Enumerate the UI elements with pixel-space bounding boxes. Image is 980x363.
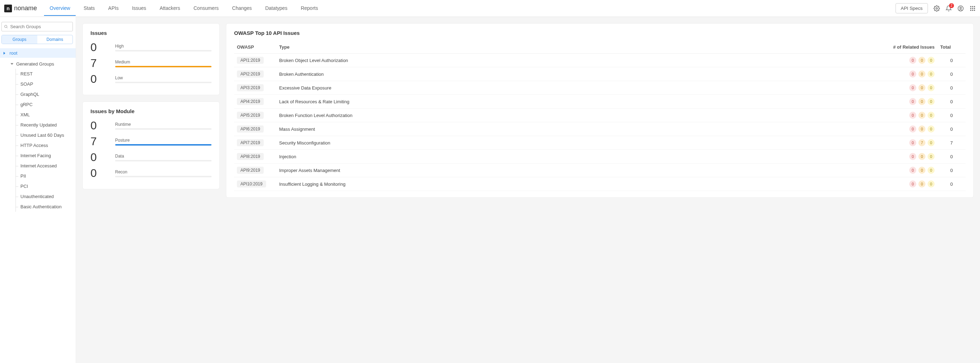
- owasp-type-cell: Excessive Data Exposure: [276, 81, 867, 95]
- toggle-groups[interactable]: Groups: [2, 35, 37, 44]
- sidebar-item-pii[interactable]: PII: [0, 171, 76, 181]
- chip-high: 0: [909, 125, 916, 133]
- sidebar-item-pci[interactable]: PCI: [0, 181, 76, 191]
- nav-tab-overview[interactable]: Overview: [44, 1, 76, 16]
- issues-bar: [115, 66, 212, 67]
- chip-low: 0: [928, 167, 935, 174]
- owasp-col-related[interactable]: # of Related Issues: [867, 41, 937, 54]
- owasp-row[interactable]: API3:2019Excessive Data Exposure0000: [234, 81, 966, 95]
- owasp-id-pill: API6:2019: [237, 125, 264, 133]
- sidebar-item-recently-updated[interactable]: Recently Updated: [0, 120, 76, 130]
- search-groups-input[interactable]: [10, 24, 70, 30]
- notifications-badge: 2: [949, 3, 954, 8]
- owasp-type-cell: Security Misconfiguration: [276, 136, 867, 150]
- owasp-row[interactable]: API10:2019Insufficient Logging & Monitor…: [234, 177, 966, 191]
- nav-tab-apis[interactable]: APIs: [102, 1, 124, 16]
- chip-low: 0: [928, 84, 935, 91]
- module-label: Recon: [115, 170, 212, 174]
- nav-tab-consumers[interactable]: Consumers: [188, 1, 224, 16]
- chip-low: 0: [928, 125, 935, 133]
- owasp-id-pill: API2:2019: [237, 70, 264, 78]
- owasp-row[interactable]: API6:2019Mass Assignment0000: [234, 122, 966, 136]
- tree-section[interactable]: Generated Groups: [0, 58, 76, 69]
- chip-low: 0: [928, 57, 935, 64]
- svg-point-12: [5, 26, 7, 28]
- nav-tab-reports[interactable]: Reports: [295, 1, 323, 16]
- issues-bar: [115, 82, 212, 83]
- issues-value: 7: [91, 57, 105, 70]
- sidebar-item-internet-accessed[interactable]: Internet Accessed: [0, 161, 76, 171]
- sidebar-item-rest[interactable]: REST: [0, 69, 76, 79]
- module-bar: [115, 144, 212, 146]
- owasp-type-cell: Broken Function Level Authorization: [276, 109, 867, 122]
- module-row-posture: 7Posture: [91, 135, 212, 148]
- chip-high: 0: [909, 70, 916, 78]
- chip-high: 0: [909, 167, 916, 174]
- owasp-row[interactable]: API4:2019Lack of Resources & Rate Limiti…: [234, 95, 966, 109]
- sidebar-item-xml[interactable]: XML: [0, 110, 76, 120]
- issues-value: 0: [91, 41, 105, 54]
- owasp-total-cell: 0: [937, 81, 966, 95]
- nav-tabs: OverviewStatsAPIsIssuesAttackersConsumer…: [44, 1, 896, 16]
- nav-tab-changes[interactable]: Changes: [226, 1, 257, 16]
- owasp-total-cell: 0: [937, 67, 966, 81]
- notifications-icon[interactable]: 2: [945, 5, 952, 12]
- nav-tab-datatypes[interactable]: Datatypes: [259, 1, 293, 16]
- chip-low: 0: [928, 70, 935, 78]
- owasp-col-total[interactable]: Total: [937, 41, 966, 54]
- svg-rect-5: [974, 6, 975, 7]
- nav-tab-issues[interactable]: Issues: [126, 1, 152, 16]
- chip-high: 0: [909, 112, 916, 119]
- owasp-id-pill: API9:2019: [237, 167, 264, 174]
- sidebar-item-soap[interactable]: SOAP: [0, 79, 76, 89]
- sidebar-item-unused-last-60-days[interactable]: Unused Last 60 Days: [0, 130, 76, 140]
- owasp-id-pill: API5:2019: [237, 112, 264, 119]
- chip-medium: 0: [918, 153, 926, 160]
- owasp-total-cell: 0: [937, 109, 966, 122]
- nav-tab-attackers[interactable]: Attackers: [154, 1, 186, 16]
- owasp-col-type[interactable]: Type: [276, 41, 867, 54]
- owasp-row[interactable]: API8:2019Injection0000: [234, 150, 966, 163]
- module-row-data: 0Data: [91, 151, 212, 164]
- owasp-row[interactable]: API9:2019Improper Assets Management0000: [234, 163, 966, 177]
- search-groups-box[interactable]: [2, 22, 73, 31]
- sidebar-item-grpc[interactable]: gRPC: [0, 99, 76, 110]
- module-row-recon: 0Recon: [91, 167, 212, 180]
- owasp-card: OWASP Top 10 API Issues OWASP Type # of …: [226, 23, 974, 198]
- chip-medium: 0: [918, 125, 926, 133]
- issues-label: Low: [115, 75, 212, 80]
- issues-by-module-title: Issues by Module: [91, 108, 212, 114]
- owasp-chips: 000: [870, 57, 935, 64]
- owasp-card-title: OWASP Top 10 API Issues: [234, 30, 966, 36]
- owasp-type-cell: Broken Authentication: [276, 67, 867, 81]
- sidebar-item-basic-authentication[interactable]: Basic Authentication: [0, 201, 76, 212]
- owasp-id-pill: API7:2019: [237, 139, 264, 146]
- apps-grid-icon[interactable]: [969, 5, 976, 12]
- groups-domains-toggle: Groups Domains: [2, 35, 73, 44]
- sidebar-item-graphql[interactable]: GraphQL: [0, 89, 76, 99]
- sidebar-item-http-access[interactable]: HTTP Access: [0, 140, 76, 150]
- module-value: 0: [91, 151, 105, 164]
- svg-rect-11: [974, 10, 975, 11]
- issues-value: 0: [91, 73, 105, 86]
- toggle-domains[interactable]: Domains: [37, 35, 73, 44]
- sidebar: Groups Domains root Generated Groups RES…: [0, 17, 76, 363]
- svg-rect-8: [974, 8, 975, 9]
- owasp-row[interactable]: API7:2019Security Misconfiguration0707: [234, 136, 966, 150]
- user-icon[interactable]: [958, 5, 964, 12]
- sidebar-item-unauthenticated[interactable]: Unauthenticated: [0, 191, 76, 201]
- owasp-row[interactable]: API2:2019Broken Authentication0000: [234, 67, 966, 81]
- owasp-col-owasp[interactable]: OWASP: [234, 41, 276, 54]
- owasp-type-cell: Improper Assets Management: [276, 163, 867, 177]
- chip-medium: 0: [918, 57, 926, 64]
- issues-label: High: [115, 44, 212, 49]
- owasp-row[interactable]: API5:2019Broken Function Level Authoriza…: [234, 109, 966, 122]
- top-nav: n noname OverviewStatsAPIsIssuesAttacker…: [0, 0, 980, 17]
- settings-icon[interactable]: [934, 5, 940, 12]
- owasp-row[interactable]: API1:2019Broken Object Level Authorizati…: [234, 54, 966, 67]
- api-specs-button[interactable]: API Specs: [896, 3, 928, 13]
- tree-root[interactable]: root: [0, 48, 76, 58]
- nav-tab-stats[interactable]: Stats: [78, 1, 100, 16]
- sidebar-item-internet-facing[interactable]: Internet Facing: [0, 150, 76, 161]
- svg-rect-10: [972, 10, 973, 11]
